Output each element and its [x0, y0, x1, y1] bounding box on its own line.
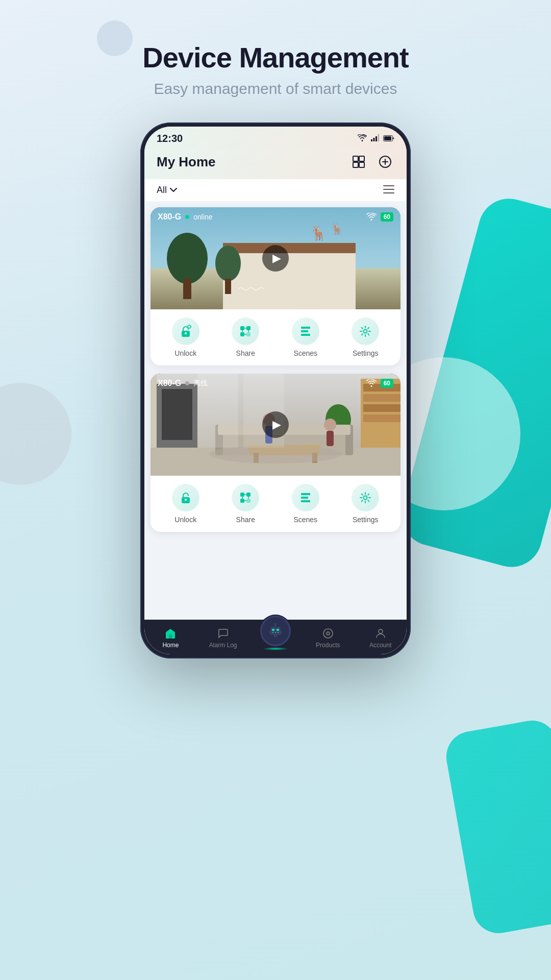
device-1-share-label: Share: [236, 349, 255, 357]
bg-gray-circle: [0, 383, 71, 485]
device-list: 🦌 🦌 X80-G online: [144, 201, 407, 620]
nav-products[interactable]: Products: [302, 627, 354, 649]
svg-rect-62: [240, 499, 244, 503]
nav-alarm-log[interactable]: Alarm Log: [197, 627, 249, 649]
filter-label: All: [157, 185, 167, 195]
svg-rect-28: [301, 327, 310, 329]
svg-rect-27: [246, 332, 251, 336]
svg-rect-0: [371, 139, 372, 141]
svg-rect-70: [269, 631, 271, 634]
device-2-play-button[interactable]: ▶: [262, 411, 289, 438]
device-2-share-icon-circle: [232, 484, 259, 511]
svg-rect-25: [246, 326, 251, 330]
phone-mockup: 12:30: [140, 122, 411, 658]
device-1-share-button[interactable]: Share: [232, 317, 259, 357]
app-title: My Home: [157, 154, 216, 170]
header-icons: [349, 153, 394, 171]
svg-rect-72: [273, 635, 278, 637]
svg-point-22: [185, 332, 187, 334]
chevron-down-icon: [170, 188, 177, 193]
svg-rect-5: [384, 136, 391, 140]
device-2-scenes-icon-circle: [292, 484, 319, 511]
svg-rect-69: [270, 627, 281, 635]
expand-button[interactable]: [349, 153, 368, 171]
alarm-log-icon: [217, 627, 229, 640]
device-1-scenes-button[interactable]: Scenes: [292, 317, 319, 357]
device-2-share-label: Share: [236, 516, 255, 524]
status-bar: 12:30: [144, 127, 407, 149]
svg-rect-26: [240, 332, 244, 336]
account-icon: [374, 627, 387, 640]
status-icons: [358, 134, 394, 143]
svg-rect-30: [301, 334, 310, 336]
device-2-unlock-label: Unlock: [174, 516, 196, 524]
nav-home-label: Home: [162, 642, 179, 649]
svg-point-59: [185, 499, 187, 501]
device-card-1: 🦌 🦌 X80-G online: [151, 207, 400, 365]
device-2-scenes-button[interactable]: Scenes: [292, 484, 319, 524]
device-2-share-button[interactable]: Share: [232, 484, 259, 524]
home-icon: [164, 627, 177, 640]
nav-alarm-label: Alarm Log: [209, 642, 237, 649]
scenes-icon-2: [299, 491, 312, 504]
svg-point-78: [275, 632, 276, 633]
svg-rect-24: [240, 326, 244, 330]
device-1-play-button[interactable]: ▶: [262, 245, 289, 272]
nav-home[interactable]: Home: [144, 627, 197, 649]
device-1-settings-label: Settings: [353, 349, 379, 357]
phone-screen: 12:30: [144, 127, 407, 654]
status-time: 12:30: [157, 133, 183, 144]
page-subtitle: Easy management of smart devices: [0, 80, 551, 97]
signal-icon: [371, 134, 379, 143]
svg-rect-60: [240, 493, 244, 497]
add-device-button[interactable]: [376, 153, 394, 171]
share-icon-1: [239, 325, 252, 338]
filter-menu-button[interactable]: [383, 184, 394, 196]
products-icon: [322, 627, 334, 640]
unlock-icon-2: [179, 491, 192, 504]
device-1-unlock-button[interactable]: Unlock: [172, 317, 199, 357]
bg-teal-shape-2: [442, 717, 551, 937]
bottom-nav: Home Alarm Log: [144, 620, 407, 654]
device-1-actions: Unlock Share: [151, 309, 400, 365]
robot-icon: [266, 622, 285, 640]
page-title: Device Management: [0, 41, 551, 74]
svg-rect-71: [280, 631, 282, 634]
svg-rect-66: [301, 500, 310, 502]
settings-icon-1: [359, 325, 372, 338]
battery-status-icon: [383, 134, 394, 143]
filter-all-button[interactable]: All: [157, 185, 177, 195]
svg-rect-61: [246, 493, 251, 497]
svg-point-80: [323, 629, 333, 638]
add-icon: [379, 155, 392, 168]
device-2-play-overlay: ▶: [151, 374, 400, 476]
device-1-play-overlay: ▶: [151, 207, 400, 309]
svg-point-67: [364, 496, 367, 500]
svg-rect-74: [277, 629, 279, 631]
expand-icon: [352, 155, 365, 168]
device-2-settings-button[interactable]: Settings: [352, 484, 379, 524]
svg-point-76: [274, 623, 277, 626]
page-header: Device Management Easy management of sma…: [0, 41, 551, 97]
scenes-icon-1: [299, 325, 312, 338]
device-2-settings-icon-circle: [352, 484, 379, 511]
device-1-settings-button[interactable]: Settings: [352, 317, 379, 357]
nav-robot[interactable]: [249, 616, 302, 650]
nav-account[interactable]: Account: [354, 627, 407, 649]
nav-account-label: Account: [369, 642, 391, 649]
device-2-unlock-button[interactable]: Unlock: [172, 484, 199, 524]
device-2-scenes-label: Scenes: [293, 516, 317, 524]
svg-point-81: [327, 632, 330, 635]
svg-rect-7: [359, 156, 364, 161]
svg-rect-3: [378, 134, 380, 141]
device-1-unlock-label: Unlock: [174, 349, 196, 357]
device-card-2: X80-G 离线 60: [151, 374, 400, 532]
device-1-scenes-icon-circle: [292, 317, 319, 345]
svg-point-79: [278, 632, 279, 633]
bottom-spacer: [151, 540, 400, 544]
device-1-video: 🦌 🦌 X80-G online: [151, 207, 400, 309]
robot-glow: [263, 647, 288, 650]
device-1-unlock-icon-circle: [172, 317, 199, 345]
filter-bar: All: [144, 179, 407, 201]
device-1-scenes-label: Scenes: [293, 349, 317, 357]
